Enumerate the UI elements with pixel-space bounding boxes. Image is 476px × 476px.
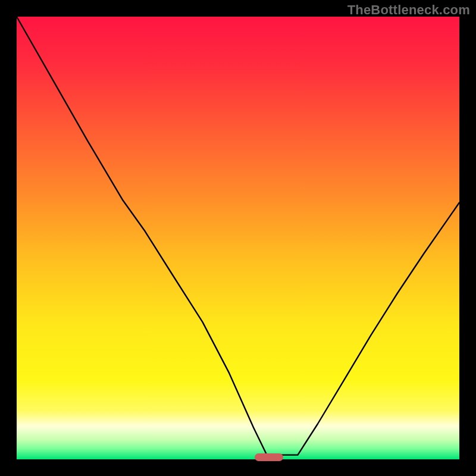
watermark-label: TheBottleneck.com xyxy=(347,2,470,18)
bottleneck-chart xyxy=(0,0,476,476)
optimal-marker xyxy=(255,453,283,461)
chart-container: TheBottleneck.com xyxy=(0,0,476,476)
